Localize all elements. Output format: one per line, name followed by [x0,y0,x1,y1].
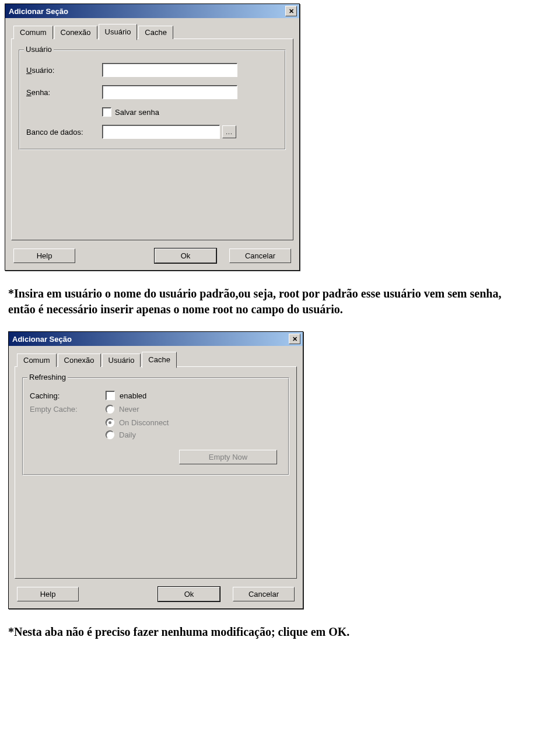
label-banco: Banco de dados: [26,128,102,136]
tab-cache[interactable]: Cache [142,352,177,368]
input-banco[interactable] [102,125,220,139]
help-button[interactable]: Help [13,249,75,263]
radio-never[interactable] [106,405,114,414]
dialog-title: Adicionar Seção [9,7,68,16]
groupbox-legend: Refreshing [27,373,68,382]
tab-strip: Comum Conexão Usuário Cache [15,352,297,367]
ok-button[interactable]: Ok [155,249,216,263]
checkbox-salvar-senha[interactable] [102,107,111,117]
dialog-title: Adicionar Seção [12,335,72,344]
dialog-add-section-cache: Adicionar Seção ✕ Comum Conexão Usuário … [8,331,303,609]
help-button[interactable]: Help [17,587,79,601]
tab-usuario[interactable]: Usuário [99,24,138,40]
dialog-buttons: Help Ok Cancelar [11,240,293,263]
cancel-button[interactable]: Cancelar [229,249,291,263]
tab-usuario[interactable]: Usuário [102,354,141,367]
tab-conexao[interactable]: Conexão [58,354,101,367]
label-daily: Daily [119,430,136,439]
input-senha[interactable] [102,85,237,99]
tab-conexao[interactable]: Conexão [54,26,97,39]
titlebar: Adicionar Seção ✕ [9,332,303,346]
radio-daily[interactable] [106,430,114,439]
tab-panel-cache: Refreshing Caching: enabled Empty Cache:… [15,366,297,579]
label-usuario: Usuário: [26,66,102,75]
label-senha: Senha: [26,88,102,97]
groupbox-refreshing: Refreshing Caching: enabled Empty Cache:… [22,377,289,475]
ok-button[interactable]: Ok [158,587,220,601]
tab-cache[interactable]: Cache [138,26,173,39]
tab-strip: Comum Conexão Usuário Cache [11,24,293,39]
instruction-text-1: *Insira em usuário o nome do usuário pad… [8,286,522,317]
groupbox-usuario: Usuário Usuário: Senha: Salvar senha Ban… [19,50,286,150]
close-icon[interactable]: ✕ [289,334,300,344]
titlebar: Adicionar Seção ✕ [5,4,299,18]
checkbox-caching-enabled[interactable] [106,391,115,400]
radio-on-disconnect[interactable] [106,418,114,427]
groupbox-legend: Usuário [24,45,54,54]
label-enabled: enabled [120,391,146,400]
tab-comum[interactable]: Comum [17,354,57,367]
input-usuario[interactable] [102,63,237,77]
label-never: Never [119,405,139,414]
label-salvar-senha: Salvar senha [115,108,159,117]
label-caching: Caching: [30,391,106,400]
cancel-button[interactable]: Cancelar [233,587,295,601]
label-on-disconnect: On Disconnect [119,418,169,427]
close-icon[interactable]: ✕ [285,6,297,16]
tab-panel-usuario: Usuário Usuário: Senha: Salvar senha Ban… [11,38,293,240]
dialog-buttons: Help Ok Cancelar [15,579,297,601]
tab-comum[interactable]: Comum [13,26,53,39]
empty-now-button[interactable]: Empty Now [179,450,277,464]
instruction-text-2: *Nesta aba não é preciso fazer nenhuma m… [8,624,522,640]
label-empty-cache: Empty Cache: [30,405,106,414]
dialog-add-section-usuario: Adicionar Seção ✕ Comum Conexão Usuário … [5,4,300,271]
browse-button[interactable]: ... [222,125,236,138]
